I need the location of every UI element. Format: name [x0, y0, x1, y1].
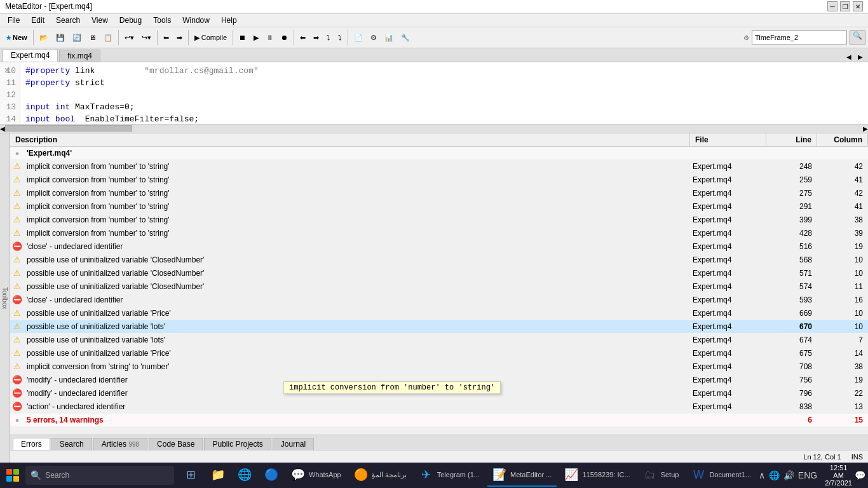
tab-search[interactable]: Search: [51, 438, 92, 450]
clock[interactable]: 12:51 AM 2/7/2021: [825, 464, 852, 487]
step-over[interactable]: ⤵: [323, 29, 334, 46]
scrollbar-track[interactable]: [5, 125, 863, 132]
result-row[interactable]: ⛔ 'action' - undeclared identifier Exper…: [10, 400, 868, 414]
tab-errors[interactable]: Errors: [13, 438, 50, 450]
menu-file[interactable]: File: [3, 15, 25, 26]
result-row[interactable]: ⚠ possible use of uninitialized variable…: [10, 347, 868, 360]
tab-scroll-left[interactable]: ◀: [844, 53, 854, 60]
scroll-left-btn[interactable]: ◀: [0, 125, 5, 132]
err-icon: ⛔: [10, 241, 24, 251]
tab-scroll-right[interactable]: ▶: [855, 53, 865, 60]
results-header: Description File Line Column: [10, 133, 868, 147]
telegram-button[interactable]: ✈ Telegram (1...: [414, 464, 485, 487]
jump-left-button[interactable]: ⬅: [160, 29, 172, 46]
copy-btn[interactable]: 📄: [351, 29, 366, 46]
chrome-button[interactable]: 🔵: [259, 464, 283, 487]
taskview-button[interactable]: ⊞: [179, 464, 203, 487]
back-btn[interactable]: ⬅: [297, 29, 309, 46]
result-row[interactable]: ⚠ possible use of uninitialized variable…: [10, 267, 868, 280]
result-row[interactable]: ⚠ possible use of uninitialized variable…: [10, 254, 868, 267]
tab-codebase[interactable]: Code Base: [149, 438, 203, 450]
menu-help[interactable]: Help: [216, 15, 242, 26]
result-row[interactable]: ⛔ 'close' - undeclared identifier Expert…: [10, 240, 868, 254]
menu-edit[interactable]: Edit: [26, 15, 50, 26]
tab-fix-mq4[interactable]: fix.mq4: [59, 50, 100, 62]
menu-view[interactable]: View: [86, 15, 113, 26]
win-quadrant-4: [13, 476, 19, 482]
results-body[interactable]: ● 'Expert.mq4' ⚠ implicit conversion fro…: [10, 147, 868, 435]
taskbar-search-box[interactable]: 🔍 Search: [25, 466, 174, 485]
fwd-btn[interactable]: ➡: [310, 29, 322, 46]
icmarkets-button[interactable]: 📈 11598239: IC...: [559, 464, 635, 487]
code-editor[interactable]: ✕ 10 11 12 13 14 #property link "mrdolla…: [0, 62, 868, 125]
result-row[interactable]: ⚠ implicit conversion from 'number' to '…: [10, 214, 868, 227]
result-row[interactable]: ⚠ implicit conversion from 'number' to '…: [10, 187, 868, 200]
setup-icon: 🗂: [643, 468, 657, 482]
settings-btn[interactable]: ⚙: [367, 29, 380, 46]
open-button[interactable]: 📂: [36, 29, 51, 46]
result-row[interactable]: ⚠ possible use of uninitialized variable…: [10, 280, 868, 294]
stop-button[interactable]: ⏹: [236, 29, 249, 46]
setup-button[interactable]: 🗂 Setup: [638, 464, 684, 487]
step-in[interactable]: ⤵: [335, 29, 345, 46]
scroll-right-btn[interactable]: ▶: [863, 125, 868, 132]
metaeditor-button[interactable]: 📝 MetaEditor ...: [487, 464, 557, 487]
fileexplorer-button[interactable]: 📁: [206, 464, 230, 487]
menu-tools[interactable]: Tools: [148, 15, 176, 26]
switch-button[interactable]: 🔄: [69, 29, 85, 46]
pause-button[interactable]: ⏸: [263, 29, 276, 46]
result-row[interactable]: ⚠ implicit conversion from 'number' to '…: [10, 160, 868, 173]
new-button[interactable]: ★ New: [3, 29, 31, 46]
word-button[interactable]: W Document1...: [686, 464, 756, 487]
result-row[interactable]: ⚠ implicit conversion from 'string' to '…: [10, 360, 868, 374]
edge-button[interactable]: 🌐: [233, 464, 257, 487]
close-button[interactable]: ✕: [853, 1, 863, 11]
extra-btn[interactable]: 🔧: [398, 29, 413, 46]
code-content[interactable]: #property link "mrdollar.cs@gmail.com" #…: [20, 62, 868, 124]
app2-label: برنامجة المؤ: [372, 471, 407, 479]
restore-button[interactable]: ❐: [840, 1, 850, 11]
search-input[interactable]: [752, 30, 847, 44]
minimize-button[interactable]: ─: [827, 1, 837, 11]
close-editor-icon[interactable]: ✕: [4, 64, 10, 125]
tab-journal[interactable]: Journal: [273, 438, 314, 450]
result-row[interactable]: ⚠ possible use of uninitialized variable…: [10, 320, 868, 334]
result-row[interactable]: ⚠ possible use of uninitialized variable…: [10, 334, 868, 347]
result-row[interactable]: ⚠ possible use of uninitialized variable…: [10, 307, 868, 320]
tab-articles[interactable]: Articles 998: [93, 438, 147, 450]
result-row[interactable]: ⚠ implicit conversion from 'number' to '…: [10, 173, 868, 187]
editor-scrollbar[interactable]: ◀ ▶: [0, 125, 868, 133]
menu-debug[interactable]: Debug: [114, 15, 147, 26]
run-button[interactable]: ▶: [250, 29, 262, 46]
network-icon[interactable]: 🌐: [769, 470, 780, 480]
menu-window[interactable]: Window: [177, 15, 215, 26]
search-icon-button[interactable]: 🔍: [850, 30, 865, 44]
tab-public-projects[interactable]: Public Projects: [204, 438, 271, 450]
app2-button[interactable]: 🟠 برنامجة المؤ: [349, 464, 412, 487]
compile-button[interactable]: ▶ Compile: [191, 29, 230, 46]
redo-dropdown[interactable]: ↪▾: [139, 29, 154, 46]
chart-btn[interactable]: 📊: [381, 29, 397, 46]
compare-button[interactable]: 📋: [100, 29, 116, 46]
notification-icon[interactable]: 💬: [855, 470, 865, 480]
save-button[interactable]: 💾: [53, 29, 68, 46]
break-button[interactable]: ⏺: [278, 29, 291, 46]
result-row[interactable]: ⚠ implicit conversion from 'number' to '…: [10, 200, 868, 214]
tab-expert-mq4[interactable]: Expert.mq4: [3, 49, 58, 62]
code-line-13: input int MaxTrades=0;: [25, 101, 863, 113]
warn-icon: ⚠: [10, 201, 24, 211]
window-controls[interactable]: ─ ❐ ✕: [827, 1, 863, 11]
editor-tab-bar: Expert.mq4 fix.mq4 ◀ ▶: [0, 48, 868, 62]
volume-icon[interactable]: 🔊: [783, 470, 794, 480]
whatsapp-button[interactable]: 💬 WhatsApp: [286, 464, 346, 487]
jump-right-button[interactable]: ➡: [173, 29, 186, 46]
terminal-button[interactable]: 🖥: [86, 29, 99, 46]
tray-up-icon[interactable]: ∧: [759, 470, 765, 480]
result-row[interactable]: ⚠ implicit conversion from 'number' to '…: [10, 227, 868, 240]
group-icon: ●: [10, 149, 24, 157]
scrollbar-thumb[interactable]: [5, 125, 132, 132]
menu-search[interactable]: Search: [51, 15, 85, 26]
result-row[interactable]: ⛔ 'close' - undeclared identifier Expert…: [10, 294, 868, 307]
start-button[interactable]: [3, 464, 23, 487]
undo-dropdown[interactable]: ↩▾: [121, 29, 137, 46]
